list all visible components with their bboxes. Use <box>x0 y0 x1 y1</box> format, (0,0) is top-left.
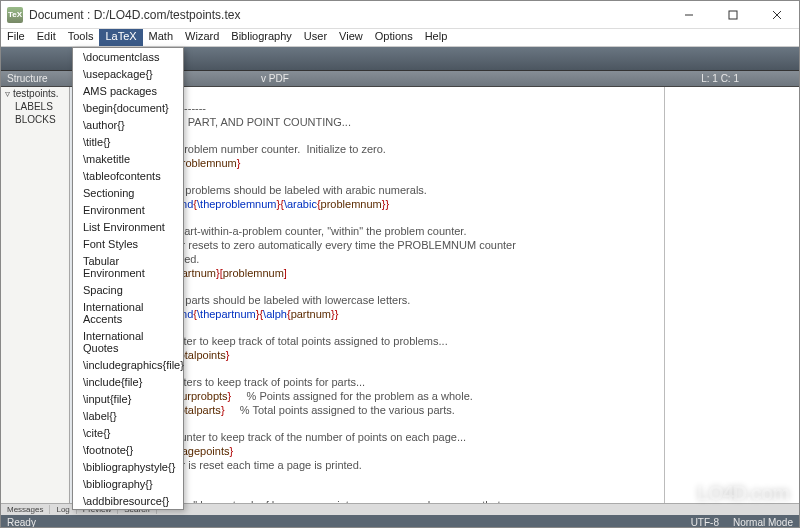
menuitem[interactable]: International Quotes <box>73 327 183 356</box>
menu-latex[interactable]: LaTeX <box>99 29 142 46</box>
menu-help[interactable]: Help <box>419 29 454 46</box>
menuitem[interactable]: \usepackage{} <box>73 65 183 82</box>
menuitem[interactable]: \bibliography{} <box>73 475 183 492</box>
menuitem[interactable]: International Accents <box>73 298 183 327</box>
menu-options[interactable]: Options <box>369 29 419 46</box>
latex-menu-dropdown[interactable]: \documentclass\usepackage{}AMS packages\… <box>72 47 184 510</box>
menuitem[interactable]: \tableofcontents <box>73 167 183 184</box>
statusbar: Ready UTF-8 Normal Mode <box>1 515 799 528</box>
code-content[interactable]: %----------------------- % PROBLEM, PART… <box>106 87 664 503</box>
menuitem[interactable]: Spacing <box>73 281 183 298</box>
menu-edit[interactable]: Edit <box>31 29 62 46</box>
svg-rect-1 <box>729 11 737 19</box>
menu-view[interactable]: View <box>333 29 369 46</box>
menuitem[interactable]: \label{} <box>73 407 183 424</box>
menu-math[interactable]: Math <box>143 29 179 46</box>
titlebar: TeX Document : D:/LO4D.com/testpoints.te… <box>1 1 799 29</box>
menuitem[interactable]: \addbibresource{} <box>73 492 183 509</box>
menuitem[interactable]: \cite{} <box>73 424 183 441</box>
status-ready: Ready <box>7 517 36 528</box>
menuitem[interactable]: \maketitle <box>73 150 183 167</box>
menuitem[interactable]: \input{file} <box>73 390 183 407</box>
menuitem[interactable]: \documentclass <box>73 48 183 65</box>
menuitem[interactable]: Sectioning <box>73 184 183 201</box>
app-icon: TeX <box>7 7 23 23</box>
tree-item-blocks[interactable]: BLOCKS <box>1 113 69 126</box>
bottom-tab-messages[interactable]: Messages <box>1 505 50 514</box>
menuitem[interactable]: \title{} <box>73 133 183 150</box>
menuitem[interactable]: AMS packages <box>73 82 183 99</box>
menuitem[interactable]: \footnote{} <box>73 441 183 458</box>
menuitem[interactable]: \includegraphics{file} <box>73 356 183 373</box>
menuitem[interactable]: \bibliographystyle{} <box>73 458 183 475</box>
window-title: Document : D:/LO4D.com/testpoints.tex <box>29 8 667 22</box>
menuitem[interactable]: \begin{document} <box>73 99 183 116</box>
maximize-button[interactable] <box>711 1 755 28</box>
menuitem[interactable]: Font Styles <box>73 235 183 252</box>
tree-root[interactable]: ▿testpoints. <box>1 87 69 100</box>
menuitem[interactable]: Tabular Environment <box>73 252 183 281</box>
menu-wizard[interactable]: Wizard <box>179 29 225 46</box>
menu-bibliography[interactable]: Bibliography <box>225 29 298 46</box>
menu-tools[interactable]: Tools <box>62 29 100 46</box>
close-button[interactable] <box>755 1 799 28</box>
menu-user[interactable]: User <box>298 29 333 46</box>
menuitem[interactable]: \include{file} <box>73 373 183 390</box>
menuitem[interactable]: \author{} <box>73 116 183 133</box>
status-encoding: UTF-8 <box>691 517 719 528</box>
menubar[interactable]: FileEditToolsLaTeXMathWizardBibliography… <box>1 29 799 47</box>
tree-item-labels[interactable]: LABELS <box>1 100 69 113</box>
structure-tree[interactable]: ▿testpoints. LABELS BLOCKS <box>1 87 70 503</box>
cursor-position: L: 1 C: 1 <box>701 73 739 84</box>
pdf-view-label[interactable]: v PDF <box>261 73 289 84</box>
menuitem[interactable]: List Environment <box>73 218 183 235</box>
preview-pane <box>664 87 799 503</box>
menuitem[interactable]: Environment <box>73 201 183 218</box>
minimize-button[interactable] <box>667 1 711 28</box>
menu-file[interactable]: File <box>1 29 31 46</box>
structure-panel-title: Structure <box>1 73 48 84</box>
status-mode: Normal Mode <box>733 517 793 528</box>
